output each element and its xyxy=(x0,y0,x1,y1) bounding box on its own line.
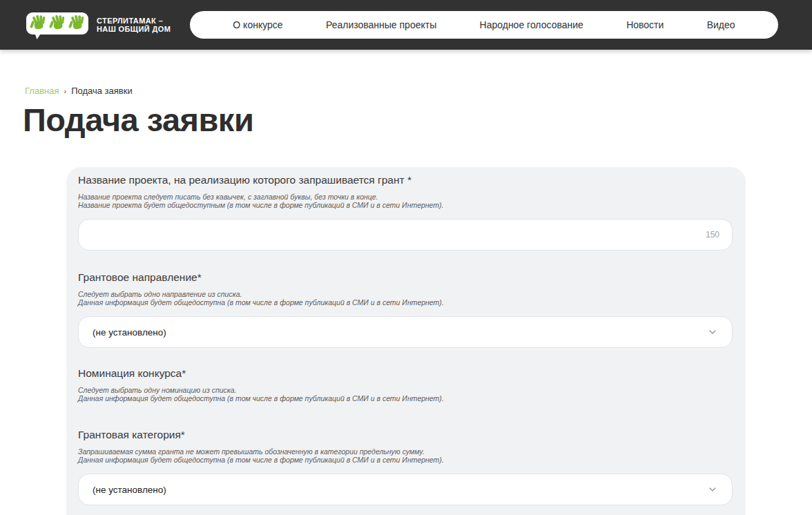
hint-line: Данная информация будет общедоступна (в … xyxy=(78,394,444,402)
hint-line: Название проекта будет общедоступным (в … xyxy=(78,201,444,209)
grant-category-hint: Запрашиваемая сумма гранта не может прев… xyxy=(78,448,734,464)
hint-line: Запрашиваемая сумма гранта не может прев… xyxy=(78,447,425,456)
grant-category-select[interactable]: (не установлено) xyxy=(78,474,733,505)
grant-direction-select[interactable]: (не установлено) xyxy=(78,316,733,348)
field-grant-direction: Грантовое направление* Следует выбрать о… xyxy=(78,271,734,348)
grant-category-label: Грантовая категория* xyxy=(78,428,734,442)
hand-icon xyxy=(28,13,48,34)
hint-line: Следует выбрать одно направление из спис… xyxy=(78,290,242,298)
nav-item-about-contest[interactable]: О конкурсе xyxy=(233,19,282,30)
contest-nomination-label: Номинация конкурса* xyxy=(78,367,734,380)
hint-line: Данная информация будет общедоступна (в … xyxy=(78,456,444,464)
project-name-hint: Название проекта следует писать без кавы… xyxy=(78,193,734,209)
site-logo[interactable]: СТЕРЛИТАМАК – НАШ ОБЩИЙ ДОМ xyxy=(26,15,171,35)
nav-item-public-voting[interactable]: Народное голосование xyxy=(480,19,583,30)
breadcrumb-current: Подача заявки xyxy=(71,86,133,96)
logo-text: СТЕРЛИТАМАК – НАШ ОБЩИЙ ДОМ xyxy=(97,17,171,34)
hint-line: Данная информация будет общедоступна (в … xyxy=(78,298,444,307)
field-project-name: Название проекта, на реализацию которого… xyxy=(78,173,734,251)
nav-item-news[interactable]: Новости xyxy=(626,19,664,30)
main-nav: О конкурсе Реализованные проекты Народно… xyxy=(190,11,778,39)
page-title: Подача заявки xyxy=(23,101,812,139)
site-header: СТЕРЛИТАМАК – НАШ ОБЩИЙ ДОМ О конкурсе Р… xyxy=(0,0,812,50)
project-name-input-wrap: 150 xyxy=(78,219,734,251)
logo-text-line2: НАШ ОБЩИЙ ДОМ xyxy=(97,25,171,34)
project-name-input[interactable] xyxy=(78,219,733,251)
project-name-label: Название проекта, на реализацию которого… xyxy=(78,173,734,187)
breadcrumb-separator: › xyxy=(64,87,66,95)
nav-item-realized-projects[interactable]: Реализованные проекты xyxy=(326,19,436,30)
chevron-down-icon xyxy=(707,484,718,495)
field-contest-nomination: Номинация конкурса* Следует выбрать одну… xyxy=(78,367,734,402)
field-grant-category: Грантовая категория* Запрашиваемая сумма… xyxy=(78,428,734,505)
contest-nomination-hint: Следует выбрать одну номинацию из списка… xyxy=(78,387,734,402)
nav-item-video[interactable]: Видео xyxy=(707,19,735,30)
grant-category-select-value: (не установлено) xyxy=(93,485,166,495)
breadcrumb: Главная › Подача заявки xyxy=(25,86,812,96)
main-content: Главная › Подача заявки Подача заявки На… xyxy=(0,50,812,515)
logo-hands-icon xyxy=(26,12,88,35)
hint-line: Название проекта следует писать без кавы… xyxy=(78,193,378,201)
hand-icon xyxy=(66,13,87,34)
hint-line: Следует выбрать одну номинацию из списка… xyxy=(78,386,237,394)
logo-text-line1: СТЕРЛИТАМАК – xyxy=(97,17,171,26)
application-form-card: Название проекта, на реализацию которого… xyxy=(66,167,746,515)
grant-direction-label: Грантовое направление* xyxy=(78,271,734,284)
chevron-down-icon xyxy=(707,327,718,338)
grant-direction-select-value: (не установлено) xyxy=(93,327,166,338)
breadcrumb-home-link[interactable]: Главная xyxy=(25,86,59,96)
grant-direction-hint: Следует выбрать одно направление из спис… xyxy=(78,291,734,307)
hand-icon xyxy=(47,13,68,34)
